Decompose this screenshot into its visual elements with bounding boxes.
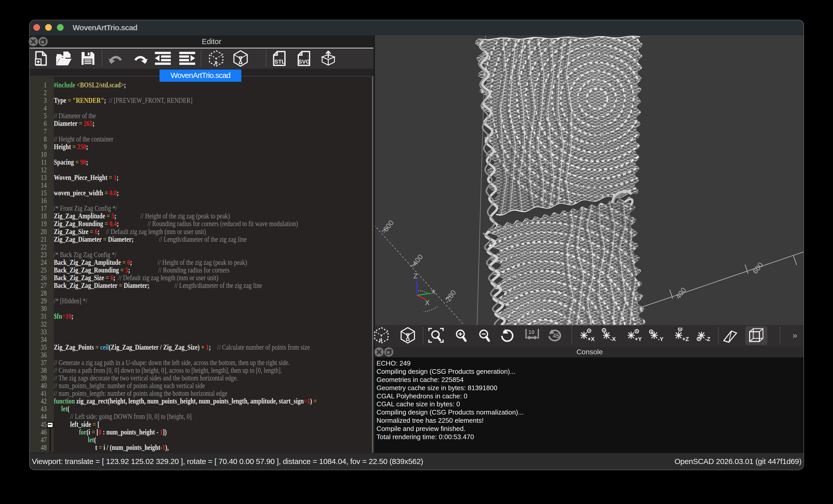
svg-text:+Y: +Y xyxy=(635,336,642,342)
svg-text:STL: STL xyxy=(275,58,285,65)
svg-text:-X: -X xyxy=(610,336,616,342)
svg-text:X: X xyxy=(425,299,430,307)
svg-text:»: » xyxy=(214,58,218,66)
svg-text:-Z: -Z xyxy=(705,336,710,342)
svg-text:10: 10 xyxy=(528,329,534,335)
svg-text:Z: Z xyxy=(413,272,418,280)
svg-text:+Z: +Z xyxy=(682,336,689,342)
svg-text:-Y: -Y xyxy=(658,336,664,342)
svg-text:45: 45 xyxy=(553,333,560,339)
svg-text:SVG: SVG xyxy=(298,58,310,65)
svg-text:»: » xyxy=(379,336,382,343)
svg-text:+X: +X xyxy=(588,336,595,342)
